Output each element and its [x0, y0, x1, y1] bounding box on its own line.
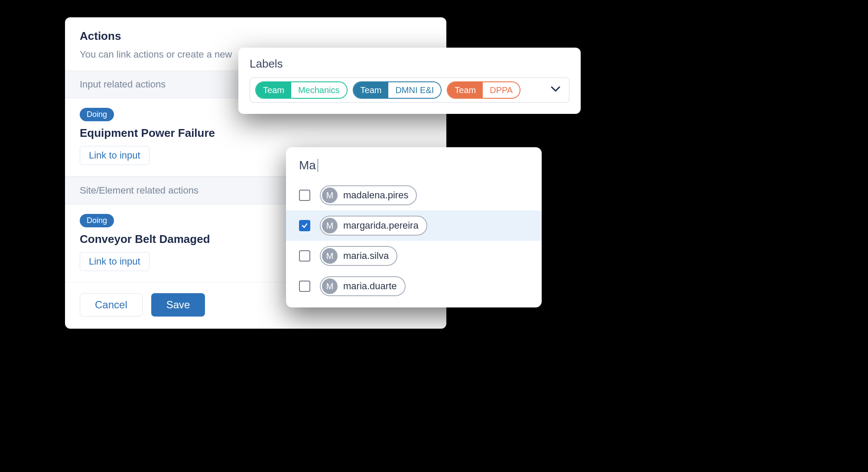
status-badge: Doing	[80, 108, 114, 121]
label-tag-category: Team	[256, 82, 291, 98]
username: maria.silva	[339, 248, 397, 264]
checkbox[interactable]	[299, 220, 310, 231]
avatar: M	[322, 278, 338, 294]
avatar: M	[322, 248, 338, 264]
label-tag[interactable]: Team DMNI E&I	[353, 81, 442, 99]
user-option[interactable]: M maria.duarte	[286, 271, 542, 301]
label-tag-value: DMNI E&I	[388, 82, 441, 98]
username: maria.duarte	[339, 278, 405, 294]
link-to-input-button[interactable]: Link to input	[80, 146, 150, 165]
label-tag[interactable]: Team DPPA	[447, 81, 520, 99]
label-tag-category: Team	[448, 82, 483, 98]
user-picker: Ma M madalena.pires M margarida.pereira …	[286, 147, 542, 307]
avatar: M	[322, 188, 338, 203]
label-tag-value: Mechanics	[291, 82, 347, 98]
user-chip: M madalena.pires	[320, 185, 417, 205]
search-query: Ma	[299, 158, 316, 172]
labels-card: Labels Team Mechanics Team DMNI E&I Team…	[238, 48, 581, 114]
link-to-input-button[interactable]: Link to input	[80, 252, 150, 271]
labels-title: Labels	[250, 57, 569, 71]
checkbox[interactable]	[299, 190, 310, 201]
chevron-down-icon[interactable]	[547, 84, 564, 97]
label-tag[interactable]: Team Mechanics	[255, 81, 348, 99]
checkbox[interactable]	[299, 250, 310, 262]
username: margarida.pereira	[339, 217, 426, 234]
user-option[interactable]: M maria.silva	[286, 241, 542, 271]
actions-title: Actions	[80, 29, 432, 43]
label-tag-category: Team	[354, 82, 389, 98]
user-chip: M margarida.pereira	[320, 216, 427, 236]
labels-field[interactable]: Team Mechanics Team DMNI E&I Team DPPA	[250, 78, 569, 103]
user-chip: M maria.silva	[320, 246, 397, 266]
cancel-button[interactable]: Cancel	[80, 293, 143, 317]
user-chip: M maria.duarte	[320, 276, 406, 296]
action-name: Equipment Power Failure	[80, 126, 432, 140]
user-option[interactable]: M madalena.pires	[286, 180, 542, 210]
status-badge: Doing	[80, 214, 114, 227]
checkbox[interactable]	[299, 281, 310, 292]
label-tag-value: DPPA	[483, 82, 520, 98]
avatar: M	[322, 218, 338, 233]
search-input[interactable]: Ma	[286, 157, 542, 180]
text-caret-icon	[318, 159, 318, 172]
save-button[interactable]: Save	[151, 293, 205, 317]
user-option[interactable]: M margarida.pereira	[286, 210, 542, 241]
username: madalena.pires	[339, 187, 416, 204]
